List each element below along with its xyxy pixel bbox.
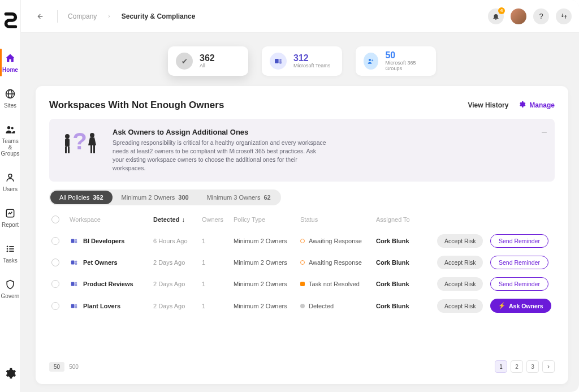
manage-button[interactable]: Manage (518, 101, 555, 110)
info-heading: Ask Owners to Assign Additional Ones (113, 128, 327, 136)
workspace-label: Plant Lovers (83, 303, 120, 309)
row-checkbox[interactable] (51, 302, 59, 310)
pill-all-policies[interactable]: All Policies 362 (50, 191, 113, 204)
stat-value: 312 (293, 54, 330, 63)
sidebar-item-report[interactable]: Report (0, 206, 20, 229)
policy-cell: Minimum 2 Owners (234, 303, 296, 309)
sidebar-item-tasks[interactable]: Tasks (0, 242, 20, 265)
col-policy[interactable]: Policy Type (234, 216, 296, 223)
shield-icon (4, 278, 16, 291)
table-row: Product Reviews 2 Days Ago 1 Minimum 2 O… (49, 273, 555, 295)
owners-cell: 1 (202, 281, 229, 287)
stat-card-groups[interactable]: 50 Microsoft 365 Groups (356, 46, 436, 76)
pill-min2[interactable]: Minimum 2 Owners 300 (113, 191, 198, 204)
svg-rect-13 (275, 59, 279, 63)
workspace-name[interactable]: Product Reviews (70, 279, 149, 288)
owners-cell: 1 (202, 303, 229, 309)
panel-title: Workspaces With Not Enough Owners (49, 100, 224, 111)
svg-point-27 (75, 239, 77, 242)
assigned-cell: Cork Blunk (376, 238, 433, 244)
stat-value: 50 (385, 51, 428, 60)
svg-point-23 (90, 133, 94, 137)
row-checkbox[interactable] (51, 237, 59, 245)
col-assigned[interactable]: Assigned To (376, 216, 433, 223)
select-all-checkbox[interactable] (51, 216, 59, 223)
workspace-name[interactable]: BI Developers (70, 236, 149, 245)
pill-count: 362 (93, 194, 103, 201)
left-rail: Home Sites Teams & Groups Users Report T… (0, 0, 21, 392)
main-panel: Workspaces With Not Enough Owners View H… (36, 86, 568, 384)
col-workspace[interactable]: Workspace (70, 216, 149, 223)
sidebar-item-teams[interactable]: Teams & Groups (0, 122, 20, 158)
svg-point-19 (65, 134, 70, 139)
breadcrumb-root[interactable]: Company (68, 12, 97, 20)
stat-value: 362 (200, 54, 215, 63)
stat-label: All (200, 63, 215, 68)
collapse-button[interactable]: – (542, 127, 547, 137)
topbar: Company › Security & Compliance 4 ? (21, 0, 579, 33)
back-button[interactable] (32, 9, 47, 24)
settings-button[interactable] (4, 367, 16, 382)
send-reminder-button[interactable]: Send Reminder (490, 234, 548, 248)
help-button[interactable]: ? (533, 8, 549, 24)
accept-risk-button[interactable]: Accept Risk (437, 256, 483, 269)
sidebar-item-home[interactable]: Home (0, 51, 20, 74)
workspace-name[interactable]: Pet Owners (70, 258, 149, 267)
svg-point-33 (75, 282, 77, 285)
sidebar-item-users[interactable]: Users (0, 170, 20, 193)
pill-label: All Policies (59, 194, 89, 201)
stat-card-teams[interactable]: 312 Microsoft Teams (262, 46, 342, 76)
table-row: Pet Owners 2 Days Ago 1 Minimum 2 Owners… (49, 252, 555, 273)
stat-card-all[interactable]: ✔ 362 All (168, 46, 248, 76)
row-checkbox[interactable] (51, 259, 59, 266)
svg-rect-25 (93, 145, 95, 153)
info-body: Spreading responsibility is critical for… (113, 139, 327, 173)
svg-rect-24 (90, 145, 92, 153)
accept-risk-button[interactable]: Accept Risk (437, 299, 483, 313)
sidebar-item-label: Home (2, 67, 18, 73)
table-row: BI Developers 6 Hours Ago 1 Minimum 2 Ow… (49, 230, 555, 252)
sidebar-item-label: Users (3, 186, 18, 192)
svg-point-9 (7, 251, 8, 252)
question-illustration-icon: ? (59, 128, 100, 160)
send-reminder-button[interactable]: Send Reminder (490, 256, 548, 269)
user-avatar[interactable] (511, 8, 526, 24)
svg-point-17 (371, 59, 373, 61)
next-page-button[interactable]: › (542, 360, 555, 373)
workspace-label: Pet Owners (83, 259, 118, 266)
notifications-button[interactable]: 4 (488, 8, 504, 24)
col-detected[interactable]: Detected↓ (153, 216, 197, 223)
page-button[interactable]: 1 (495, 360, 507, 373)
chevron-right-icon: › (108, 13, 110, 19)
pagination: 123 › (495, 360, 555, 373)
ask-owners-button[interactable]: ⚡Ask Owners (490, 299, 551, 313)
notification-badge: 4 (498, 7, 505, 14)
accept-risk-button[interactable]: Accept Risk (437, 277, 483, 291)
page-button[interactable]: 2 (511, 360, 523, 373)
pill-label: Minimum 2 Owners (122, 194, 175, 201)
send-reminder-button[interactable]: Send Reminder (490, 277, 548, 291)
svg-rect-26 (71, 239, 75, 243)
sidebar-item-sites[interactable]: Sites (0, 87, 20, 110)
sidebar-item-govern[interactable]: Govern (0, 277, 20, 300)
accept-risk-button[interactable]: Accept Risk (437, 234, 483, 248)
pill-min3[interactable]: Minimum 3 Owners 62 (198, 191, 280, 204)
pill-count: 62 (263, 194, 270, 201)
svg-rect-21 (65, 147, 67, 153)
workspace-name[interactable]: Plant Lovers (70, 301, 149, 311)
col-owners[interactable]: Owners (202, 216, 229, 223)
page-button[interactable]: 3 (526, 360, 539, 373)
status-label: Task not Resolved (309, 281, 360, 287)
view-history-link[interactable]: View History (468, 101, 509, 109)
groups-icon (364, 53, 378, 70)
transfer-button[interactable] (556, 8, 572, 24)
stats-row: ✔ 362 All 312 Microsoft Teams 50 Microso… (21, 33, 579, 86)
page-size-total: 500 (69, 364, 79, 370)
row-checkbox[interactable] (51, 280, 59, 288)
workspace-table: Workspace Detected↓ Owners Policy Type S… (49, 216, 555, 317)
svg-rect-22 (68, 147, 70, 153)
svg-rect-31 (75, 262, 77, 265)
assigned-cell: Cork Blunk (376, 281, 433, 287)
col-status[interactable]: Status (300, 216, 371, 223)
page-size[interactable]: 50 500 (49, 362, 79, 372)
